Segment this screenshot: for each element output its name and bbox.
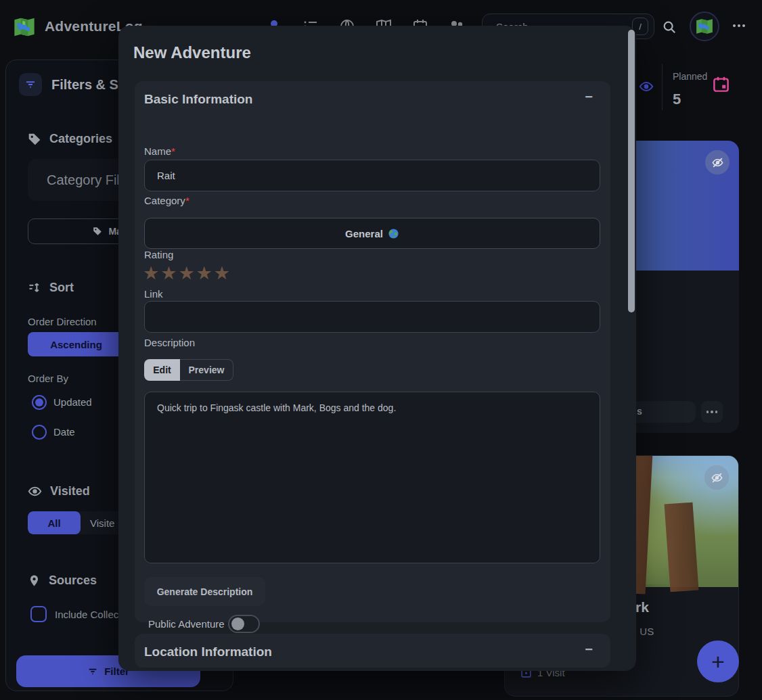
tab-preview[interactable]: Preview: [180, 359, 233, 381]
eye-off-icon: [711, 471, 723, 484]
rating-stars[interactable]: ★★★★★: [143, 262, 231, 283]
visited-visited-segment[interactable]: Visite: [81, 511, 124, 534]
adventure-title: rk: [635, 599, 649, 615]
collapse-section-button[interactable]: −: [585, 89, 593, 105]
ascending-button[interactable]: Ascending: [28, 332, 125, 356]
description-mode-tabs: Edit Preview: [144, 359, 233, 381]
new-adventure-modal: New Adventure Basic Information − Name* …: [118, 26, 636, 671]
filters-icon-badge: [19, 73, 42, 96]
description-label: Description: [144, 337, 195, 348]
location-information-title: Location Information: [144, 645, 272, 659]
basic-information-title: Basic Information: [144, 92, 252, 107]
public-adventure-toggle[interactable]: [228, 615, 260, 633]
name-label: Name*: [144, 145, 175, 157]
modal-title: New Adventure: [133, 43, 251, 62]
eye-icon: [28, 484, 42, 498]
tab-edit[interactable]: Edit: [144, 359, 180, 381]
funnel-icon: [87, 666, 98, 677]
funnel-icon: [24, 78, 37, 91]
toggle-knob: [231, 617, 244, 630]
required-asterisk: *: [171, 145, 175, 157]
modal-scrollbar-thumb[interactable]: [628, 30, 635, 312]
rating-label: Rating: [144, 249, 173, 260]
avatar[interactable]: [690, 11, 719, 41]
planned-stat-label: Planned: [673, 71, 707, 82]
link-label: Link: [144, 288, 163, 300]
include-collections-label: Include Collect: [55, 609, 121, 620]
adventure-location: , US: [634, 626, 654, 637]
globe-emoji-icon: [388, 228, 399, 239]
sort-icon: [28, 281, 41, 295]
basic-information-section: Basic Information − Name* Category* Gene…: [135, 81, 610, 622]
visited-segmented-control: All Visite: [28, 511, 126, 534]
order-direction-label: Order Direction: [28, 316, 97, 327]
planned-calendar-icon: [712, 75, 730, 93]
link-field[interactable]: [144, 301, 600, 333]
card-menu-ellipsis-icon[interactable]: [701, 401, 723, 423]
location-information-section: Location Information −: [135, 634, 610, 668]
category-label: Category*: [144, 195, 189, 206]
radio-date[interactable]: [32, 425, 47, 440]
visited-all-segment[interactable]: All: [28, 511, 81, 534]
sort-heading: Sort: [28, 281, 74, 295]
stat-divider: [662, 64, 663, 110]
radio-updated[interactable]: [32, 395, 47, 410]
planned-stat-value: 5: [673, 91, 681, 108]
public-adventure-label: Public Adventure: [148, 618, 225, 630]
eye-off-icon: [711, 156, 724, 169]
visited-heading: Visited: [28, 484, 90, 498]
name-field[interactable]: [144, 160, 600, 191]
required-asterisk: *: [185, 195, 189, 206]
add-adventure-fab[interactable]: +: [697, 640, 739, 682]
avatar-map-icon: [696, 18, 713, 35]
search-icon[interactable]: [662, 20, 677, 34]
tag-icon: [93, 227, 102, 236]
photo-tree-trunk: [665, 503, 699, 592]
visibility-toggle-button[interactable]: [705, 150, 730, 174]
generate-description-button[interactable]: Generate Description: [144, 577, 265, 606]
radio-updated-label: Updated: [53, 396, 92, 408]
radio-date-label: Date: [53, 426, 75, 438]
description-textarea[interactable]: Quick trip to Fingask castle with Mark, …: [144, 392, 600, 563]
category-select[interactable]: General: [144, 218, 600, 249]
map-pin-icon: [28, 574, 41, 587]
sources-heading: Sources: [28, 574, 97, 588]
sidebar-title: Filters & So: [51, 77, 127, 93]
visibility-toggle-button[interactable]: [704, 465, 729, 490]
collapse-section-button[interactable]: −: [585, 642, 593, 657]
open-details-button-text: s: [637, 406, 642, 417]
include-collections-checkbox[interactable]: [30, 606, 47, 622]
order-by-label: Order By: [28, 373, 68, 384]
visited-stat-eye-icon: [639, 79, 654, 94]
app-logo-map-icon: [14, 16, 35, 38]
adventurelog-app: AdventureLog /: [0, 0, 762, 700]
tag-icon: [28, 133, 41, 146]
plus-icon: +: [711, 649, 725, 675]
categories-heading: Categories: [28, 132, 112, 146]
navbar-overflow-menu-icon[interactable]: [733, 24, 745, 27]
